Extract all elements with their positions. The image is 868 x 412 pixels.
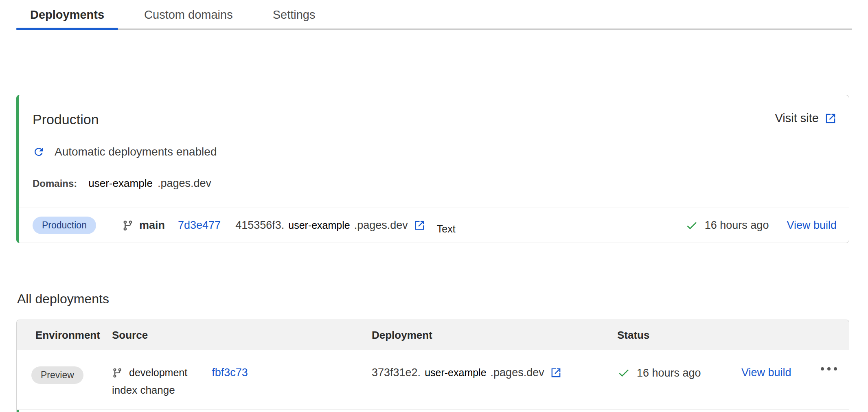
view-build-link[interactable]: View build bbox=[787, 219, 837, 232]
deployment-url-suffix: .pages.dev bbox=[491, 366, 544, 379]
deployment-note: Text bbox=[437, 223, 456, 235]
next-row-accent bbox=[17, 410, 19, 412]
deployment-url-suffix: .pages.dev bbox=[354, 219, 408, 232]
branch-group: main bbox=[122, 219, 165, 232]
git-branch-icon bbox=[122, 220, 134, 231]
visit-site-link[interactable]: Visit site bbox=[775, 112, 837, 125]
branch-name: development bbox=[129, 367, 187, 379]
environment-cell: Preview bbox=[17, 350, 112, 384]
production-deployment-row: Production main 7d3e477 415356f3. user-e… bbox=[19, 208, 849, 243]
production-card: Production Visit site Automatic deployme… bbox=[16, 95, 849, 243]
deployment-url-prefix: 415356f3. bbox=[235, 219, 284, 232]
ellipsis-icon bbox=[827, 367, 831, 370]
tab-settings[interactable]: Settings bbox=[259, 8, 329, 30]
deployment-url: 415356f3. user-example .pages.dev bbox=[235, 219, 425, 232]
branch-name: main bbox=[139, 219, 165, 232]
deployments-table: Environment Source Deployment Status Pre… bbox=[16, 320, 849, 412]
external-link-icon bbox=[824, 112, 837, 125]
view-build-link[interactable]: View build bbox=[741, 366, 791, 379]
deployment-url-prefix: 373f31e2. bbox=[372, 366, 421, 379]
git-branch-icon bbox=[112, 368, 123, 378]
domains-row: Domains: user-example .pages.dev bbox=[33, 177, 837, 190]
table-row: Preview development fbf3c73 index change… bbox=[17, 350, 849, 410]
commit-link[interactable]: fbf3c73 bbox=[212, 366, 248, 379]
tab-custom-domains[interactable]: Custom domains bbox=[130, 8, 247, 30]
deployment-url-domain: user-example bbox=[425, 367, 486, 379]
auto-deployments-status: Automatic deployments enabled bbox=[33, 145, 837, 158]
deployment-url-domain: user-example bbox=[288, 219, 350, 231]
deployment-cell: 373f31e2. user-example .pages.dev bbox=[372, 350, 617, 379]
commit-link[interactable]: 7d3e477 bbox=[178, 219, 221, 232]
column-header-source: Source bbox=[112, 329, 372, 342]
deployment-time: 16 hours ago bbox=[705, 219, 769, 232]
column-header-status: Status bbox=[617, 329, 741, 342]
check-icon bbox=[617, 366, 630, 379]
pages-deployments-page: Deployments Custom domains Settings Prod… bbox=[0, 0, 868, 412]
check-icon bbox=[685, 219, 698, 232]
deployment-time: 16 hours ago bbox=[637, 367, 701, 379]
column-header-environment: Environment bbox=[17, 329, 112, 342]
open-deployment-button[interactable] bbox=[414, 219, 425, 231]
all-deployments-heading: All deployments bbox=[17, 291, 109, 307]
column-header-deployment: Deployment bbox=[372, 329, 617, 342]
deployment-status-group: 16 hours ago View build bbox=[685, 219, 837, 232]
actions-cell: View build bbox=[741, 350, 821, 379]
external-link-icon bbox=[414, 219, 425, 231]
tab-deployments[interactable]: Deployments bbox=[16, 8, 118, 30]
source-cell: development fbf3c73 index change bbox=[112, 350, 372, 397]
domain-name: user-example bbox=[88, 177, 153, 190]
status-cell: 16 hours ago bbox=[617, 350, 741, 379]
ellipsis-icon bbox=[821, 367, 824, 370]
visit-site-label: Visit site bbox=[775, 112, 819, 125]
auto-deployments-text: Automatic deployments enabled bbox=[55, 145, 217, 158]
domains-label: Domains: bbox=[33, 178, 77, 189]
deployment-url: 373f31e2. user-example .pages.dev bbox=[372, 366, 562, 379]
commit-message: index change bbox=[112, 384, 372, 397]
domain-suffix: .pages.dev bbox=[158, 177, 211, 190]
production-card-title: Production bbox=[33, 112, 99, 127]
tab-bar: Deployments Custom domains Settings bbox=[16, 0, 852, 30]
table-header-row: Environment Source Deployment Status bbox=[17, 320, 849, 350]
external-link-icon bbox=[550, 367, 562, 379]
menu-cell bbox=[821, 350, 849, 375]
refresh-icon bbox=[33, 146, 45, 158]
ellipsis-icon bbox=[834, 367, 837, 370]
environment-badge: Production bbox=[33, 217, 96, 234]
row-menu-button[interactable] bbox=[821, 362, 837, 375]
open-deployment-button[interactable] bbox=[550, 367, 562, 379]
environment-badge: Preview bbox=[31, 366, 83, 384]
